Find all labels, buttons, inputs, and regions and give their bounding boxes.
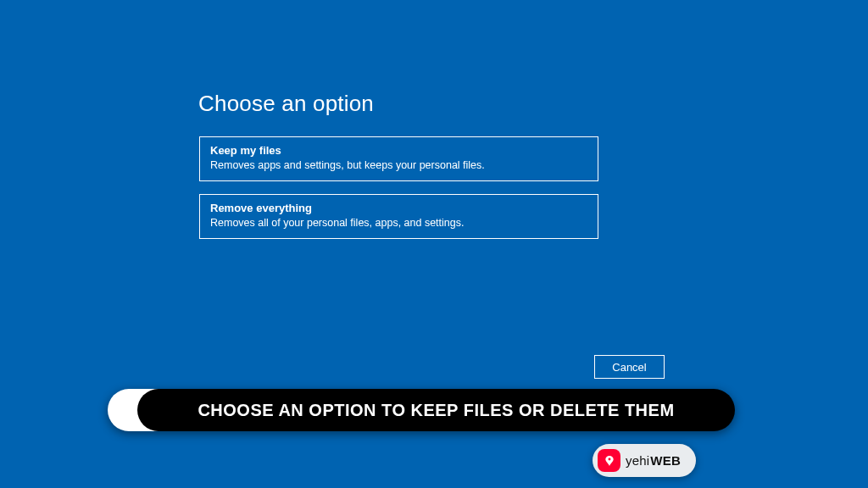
cancel-button[interactable]: Cancel — [594, 355, 665, 379]
option-remove-everything[interactable]: Remove everything Removes all of your pe… — [199, 194, 598, 239]
badge-text: yehiWEB — [626, 453, 681, 468]
svg-point-0 — [608, 458, 610, 460]
watermark-badge: yehiWEB — [593, 444, 696, 477]
badge-suffix: WEB — [650, 453, 681, 468]
caption-bar: CHOOSE AN OPTION TO KEEP FILES OR DELETE… — [137, 389, 735, 431]
option-keep-my-files[interactable]: Keep my files Removes apps and settings,… — [199, 136, 598, 181]
cancel-label: Cancel — [612, 361, 646, 374]
caption-overlay: CHOOSE AN OPTION TO KEEP FILES OR DELETE… — [108, 389, 735, 431]
option-desc: Removes apps and settings, but keeps you… — [210, 158, 587, 174]
caption-bold: CHOOSE AN OPTION — [198, 401, 376, 420]
option-desc: Removes all of your personal files, apps… — [210, 216, 587, 231]
badge-prefix: yehi — [626, 453, 649, 468]
option-title: Remove everything — [210, 201, 587, 216]
page-title: Choose an option — [198, 91, 374, 117]
option-title: Keep my files — [210, 143, 587, 158]
badge-logo-icon — [598, 449, 620, 472]
caption-rest: TO KEEP FILES OR DELETE THEM — [381, 401, 675, 420]
